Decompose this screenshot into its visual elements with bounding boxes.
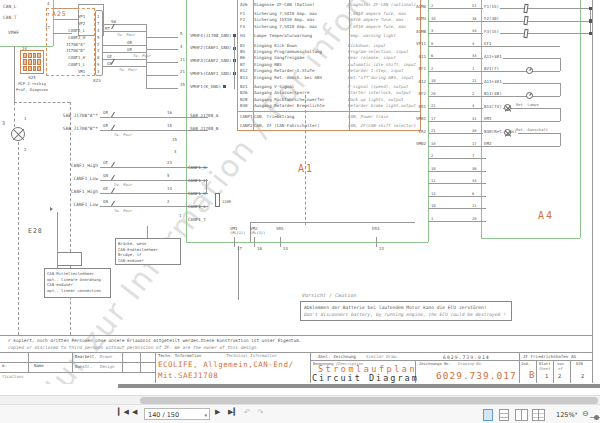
pin-name: CANF1_L [48,62,85,67]
pin-number: 21 [431,128,436,133]
previous-page-button[interactable]: ◀ [132,408,137,416]
component-note: Ret.-Ausschalt [516,127,548,132]
wire-row: CANF1_High GE 23 Tw. Pair [30,160,185,173]
legend-german: CAN, Triebstrang [254,114,348,119]
right-pin-ladder: ACM6 2 51 F1(15) ACM3 10 16 F2(30) ACM8 … [428,2,600,227]
pointer-arrow-icon [50,207,53,211]
pin-number: 23 [167,160,172,165]
titleblock-line [310,352,311,383]
pin-number: 28 [472,216,477,221]
k25-pin-cell [23,53,27,58]
legend-id: F2 [238,17,254,22]
of-label: of [558,367,563,371]
pin-tick [234,237,235,247]
zoom-dropdown-icon[interactable]: ▾ [575,411,577,416]
pin-number: 17 [431,116,436,121]
facing-continuous-view-icon[interactable] [532,409,545,421]
caution-german: Abklemmen der Batterie bei laufendem Mot… [304,304,508,311]
ind-label: Ind. [521,362,530,366]
wire-line [428,221,486,222]
left-wire-list: SAB_J1708"A"* GR 16 Tw. Pair SAB_J1708"B… [30,110,185,212]
wire-row: CANF1_Low GN 2 Tw. Pair [30,199,185,212]
pin-number: 2 [24,148,26,153]
ladder-row: ACM6 2 51 F1(15) [428,2,600,15]
zoom-out-icon[interactable]: ⊖ [582,409,589,418]
wire-row: SAB_J1708"A"* GR 16 Tw. Pair [30,110,185,123]
ladder-row: 10 11 [428,202,600,215]
signal-label: VMHF [8,30,19,35]
a1-pin-name: A11 [391,54,426,59]
bridge-jumper-line [206,179,207,193]
vmhf-row: 21 VMHF5(CANF1_GND) [146,69,256,82]
pin-number: 9 [94,62,102,67]
titleblock-line [72,352,73,372]
wire-name: SAB_J1708"A"* [30,113,98,118]
vmhf-row: 4 VMHF2(CANF1_GND) [146,44,256,57]
ladder-row: EF2 20 2 B11(48) [428,90,600,103]
titleblock-line [0,352,592,353]
chevron-down-icon[interactable]: ▾ [204,412,207,418]
wire-color-label: GR [103,110,108,115]
wire-color-label: GE [103,160,108,165]
pin-name: CANF2_L [48,28,85,33]
horizontal-scrollbar[interactable] [0,395,600,404]
page-number-input[interactable]: 140 / 150 ▾ [144,408,210,420]
diagram-page: Nur zur Information / For information CA… [0,0,600,384]
ladder-row: EF1 2 1 B21(7) [428,65,600,78]
pin-name: VP1 [48,14,85,19]
field-bearbeit: Bearbeit. [75,355,97,360]
loop-wire [560,108,561,121]
ladder-row: A12 10 21 A11+301 [428,77,600,90]
resistor-symbol [57,252,82,266]
next-view-icon[interactable]: ↷ [257,408,264,417]
wire-line [146,75,178,76]
previous-view-icon[interactable]: ↶ [244,408,251,417]
ladder-row: ER2 21 38 B30(Ret.-Aus) Ret.-Ausschalt [428,127,600,140]
wire-line-dashed [14,102,70,103]
titleblock-line [0,362,155,363]
first-page-button[interactable]: ▎◀ [118,408,129,416]
twisted-pair-label: Tw. Pair [114,208,132,213]
loop-wire [560,58,561,71]
wire-name: CANF1_Low [30,176,98,181]
a25-pin-row: CANF2_L 4 [48,27,102,34]
caution-box: Abklemmen der Batterie bei laufendem Mot… [300,301,512,321]
drawing-title-english: Circuit Diagram [312,374,419,384]
k25-caption: Prüf, Diagnose [6,88,58,92]
k25-caption: MCP 2-reihig [6,82,58,86]
legend-id: F1 [238,11,254,16]
continuous-view-icon[interactable] [499,409,509,421]
wire-name: CANF1_High [30,163,98,168]
k25-pin-cell [28,53,32,58]
disclaimer-german: r kopiert, noch dritten Personen ohne un… [8,338,301,343]
wire-line [428,196,486,197]
legend-id: CANP2 [238,123,254,128]
twisted-pair-label: Tw. Pair [114,132,132,137]
pin-number: 1 [431,216,433,221]
note-connector-line [147,226,148,238]
pin-tick [376,237,377,247]
signal-name: CANF1_H [188,188,206,201]
legend-german: Eingang Ret.-Absch. bei ABS [254,75,348,80]
vmhf-row: 15 VMHF1(K_GND) [146,82,256,95]
pin-number: 21 [472,78,477,83]
signal-name: VMHF5(CANF1_GND) [190,71,236,76]
zoom-slider-thumb[interactable] [594,415,599,420]
table-divider [349,0,350,130]
wire-line [146,37,178,38]
pin-number: 1 [24,117,26,122]
pin-number: 10 [431,203,436,208]
drawing-border [0,335,592,336]
wire-line [428,121,560,122]
single-page-view-icon[interactable] [483,409,493,421]
component-symbol [504,129,511,136]
pin-number: 38 [472,128,477,133]
scrollbar-thumb[interactable] [140,397,598,404]
techn-info-label: Techn. Information [158,354,201,359]
target-component: EM2 [483,141,493,146]
facing-pages-view-icon[interactable] [515,409,528,421]
last-page-button[interactable]: ▶▎ [228,408,239,416]
next-page-button[interactable]: ▶ [215,408,220,416]
pin-number: 1 [179,214,181,219]
k25-pin-cell [23,59,27,64]
